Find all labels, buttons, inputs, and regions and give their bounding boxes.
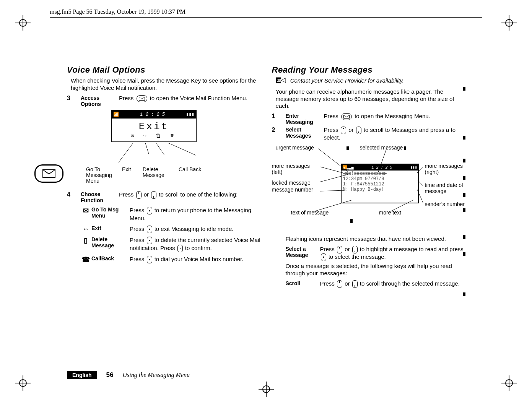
lcd-time: 1 2 : 2 5 [120, 112, 184, 117]
diagram-leader-lines [272, 145, 471, 232]
option-name-delete: Delete Message [91, 236, 130, 248]
option-desc-delete: Press to delete the currently selected V… [130, 236, 260, 252]
svg-line-35 [417, 180, 423, 186]
reading-messages-heading: Reading Your Messages [272, 65, 465, 75]
envelope-key-icon [137, 95, 147, 102]
option-desc-exit: Press to exit Messaging to idle mode. [130, 225, 260, 233]
step-3-number: 3 [67, 95, 81, 102]
page-header-text: msg.fm5 Page 56 Tuesday, October 19, 199… [50, 8, 185, 15]
left-column: Voice Mail Options When checking Voice M… [67, 65, 260, 364]
svg-line-28 [320, 167, 343, 173]
select-a-message: Select a Message Press or to highlight a… [286, 246, 465, 261]
scroll-up-key-icon [337, 280, 342, 288]
delete-icon: ▯ [80, 236, 91, 245]
message-key-icon [34, 164, 63, 183]
select-key-icon [321, 253, 326, 261]
scroll-up-key-icon [136, 191, 142, 199]
crop-mark-bottom-center [259, 382, 274, 398]
goto-msg-icon: ✉ [80, 206, 91, 215]
select-message-label: Select a Message [286, 246, 320, 258]
step-2-label: Select Messages [286, 127, 324, 139]
language-badge: English [67, 371, 97, 379]
svg-line-24 [318, 148, 348, 172]
step-4-text: Press or to scroll to one of the followi… [119, 191, 260, 199]
chapter-title: Using the Messaging Menu [122, 372, 190, 378]
exit-icon: ↔ [80, 225, 91, 233]
svg-rect-27 [404, 146, 406, 150]
step-1-right: 1 Enter Messaging Press to open the Mess… [272, 113, 465, 125]
svg-rect-25 [347, 146, 349, 150]
right-column: Reading Your Messages ☎ Contact your Ser… [272, 65, 465, 364]
callout-delete: Delete Message [143, 167, 173, 184]
step-4: 4 Choose Function Press or to scroll to … [67, 191, 260, 203]
step-3: 3 Access Options Press to open the Voice… [67, 95, 260, 107]
svg-line-36 [417, 190, 423, 203]
select-key-icon [147, 237, 152, 244]
note-icon: ☎ [276, 77, 286, 85]
step-2-text: Press or to scroll to Messages and press… [324, 127, 465, 141]
svg-line-29 [320, 174, 348, 182]
option-goto-msg-menu: ✉ Go To Msg Menu Press to return your ph… [80, 206, 260, 222]
page-number: 56 [106, 371, 114, 379]
option-name-goto: Go To Msg Menu [91, 206, 130, 219]
scroll-down-key-icon [356, 127, 361, 134]
svg-line-18 [145, 143, 149, 155]
step-4-number: 4 [67, 191, 81, 198]
step-2-number: 2 [272, 127, 286, 133]
svg-line-31 [314, 200, 352, 211]
once-selected-text: Once a message is selected, the followin… [286, 263, 465, 277]
svg-line-26 [378, 148, 387, 172]
lcd-callout-labels: Go To Messaging Menu Exit Delete Message… [86, 167, 260, 184]
svg-line-30 [320, 190, 345, 191]
option-desc-callback: Press to dial your Voice Mail box number… [130, 255, 260, 263]
svg-line-34 [417, 167, 423, 173]
step-3-text: Press to open the Voice Mail Function Me… [119, 95, 260, 102]
page-header-rule [50, 17, 482, 18]
step-1-text: Press to open the Messaging Menu. [324, 113, 465, 120]
svg-line-20 [168, 143, 196, 155]
crop-mark-br [501, 375, 517, 391]
select-key-icon [147, 226, 152, 233]
scroll-up-key-icon [341, 127, 346, 134]
svg-line-33 [390, 200, 413, 211]
callout-exit: Exit [122, 167, 137, 184]
svg-line-19 [156, 143, 164, 155]
option-desc-goto: Press to return your phone to the Messag… [130, 206, 260, 222]
crop-mark-bl [15, 375, 31, 391]
lcd-big-text: Exit [112, 121, 196, 132]
page-footer: English 56 Using the Messaging Menu [67, 371, 190, 379]
voice-mail-intro: When checking Voice Mail, press the Mess… [71, 77, 260, 92]
lcd-exit-figure: 📶 1 2 : 2 5 ▮▮▮ Exit ✉ ↔ 🗑 ☎ [111, 110, 197, 142]
envelope-key-icon [341, 113, 352, 120]
lcd-callout-lines [111, 143, 260, 166]
option-callback: ☎ CallBack Press to dial your Voice Mail… [80, 255, 260, 264]
select-key-icon [147, 256, 152, 263]
reading-messages-intro: Your phone can receive alphanumeric mess… [276, 88, 465, 110]
option-name-exit: Exit [91, 225, 130, 231]
callout-callback: Call Back [179, 167, 209, 184]
option-exit: ↔ Exit Press to exit Messaging to idle m… [80, 225, 260, 233]
step-2-right: 2 Select Messages Press or to scroll to … [272, 127, 465, 141]
flashing-icons-note: Flashing icons represent messages that h… [286, 235, 465, 243]
step-3-label: Access Options [81, 95, 119, 107]
crop-mark-tl [15, 15, 31, 31]
battery-icon: ▮▮▮ [186, 112, 194, 117]
scroll-text: Press or to scroll through the selected … [320, 280, 465, 288]
voice-mail-options-heading: Voice Mail Options [67, 65, 260, 75]
step-1-number: 1 [272, 113, 286, 120]
availability-note: ☎ Contact your Service Provider for avai… [276, 77, 465, 85]
step-4-label: Choose Function [81, 191, 119, 203]
select-key-icon [147, 207, 152, 214]
lcd-icon-row: ✉ ↔ 🗑 ☎ [112, 132, 196, 139]
message-diagram: urgent message selected message more mes… [272, 145, 465, 232]
signal-icon: 📶 [113, 112, 119, 117]
callout-goto: Go To Messaging Menu [86, 167, 117, 184]
scroll-message: Scroll Press or to scroll through the se… [286, 280, 465, 288]
callback-icon: ☎ [80, 255, 91, 264]
select-message-text: Press or to highlight a message to read … [320, 246, 465, 261]
step-1-label: Enter Messaging [286, 113, 324, 125]
option-name-callback: CallBack [91, 255, 130, 261]
scroll-down-key-icon [352, 246, 358, 253]
option-delete-message: ▯ Delete Message Press to delete the cur… [80, 236, 260, 252]
scroll-down-key-icon [352, 280, 358, 288]
